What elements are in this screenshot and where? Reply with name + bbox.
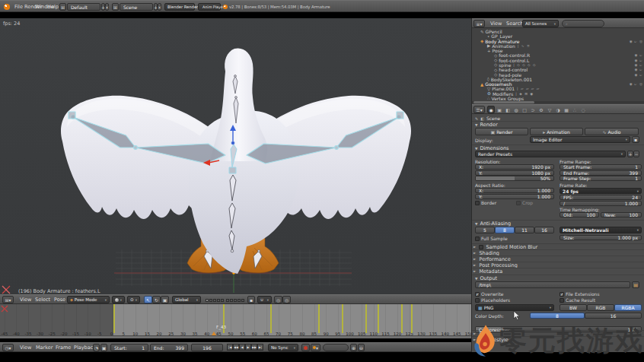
depth-8-button[interactable]: 8 bbox=[530, 313, 585, 319]
end-frame-field[interactable]: End:399 bbox=[150, 344, 188, 351]
channels-rgba-button[interactable]: RGBA bbox=[614, 304, 642, 311]
tab-physics[interactable]: ◌ bbox=[579, 106, 587, 113]
start-frame-prop-field[interactable]: Start Frame:1 bbox=[560, 164, 642, 170]
tab-material[interactable]: ◑ bbox=[554, 106, 562, 113]
aa-filter-select[interactable]: Mitchell-Netravali bbox=[560, 227, 642, 233]
play-rev-button[interactable]: ◀ bbox=[239, 344, 245, 351]
layers-grid-1[interactable] bbox=[206, 297, 225, 304]
render-button[interactable]: ▣Render bbox=[475, 128, 528, 135]
next-key-button[interactable]: ▶▶ bbox=[251, 344, 257, 351]
keyframe-insert-icon[interactable]: ⊕ bbox=[350, 344, 357, 351]
visibility-toggle-icon[interactable]: ◉ bbox=[635, 68, 638, 71]
layer-cell[interactable] bbox=[241, 299, 244, 302]
properties-editor-type-icon[interactable]: ☰▾ bbox=[473, 106, 485, 113]
current-frame-field[interactable]: 196 bbox=[191, 344, 223, 351]
layer-cell[interactable] bbox=[209, 299, 212, 302]
selectability-toggle-icon[interactable]: ▻ bbox=[635, 40, 637, 43]
layer-cell[interactable] bbox=[238, 299, 241, 302]
panel-sampled-motion-blur-header[interactable]: Sampled Motion Blur bbox=[472, 243, 644, 249]
remap-new-field[interactable]: New:100 bbox=[601, 212, 642, 218]
aspect-x-field[interactable]: X:1.000 bbox=[475, 188, 554, 193]
selectability-toggle-icon[interactable]: ▻ bbox=[640, 73, 642, 77]
selectability-toggle-icon[interactable]: ▻ bbox=[640, 53, 642, 57]
overwrite-row[interactable]: ✓Overwrite bbox=[475, 291, 504, 297]
render-presets-select[interactable]: Render Presets bbox=[475, 151, 626, 157]
visibility-toggle-icon[interactable]: ◉ bbox=[635, 59, 638, 62]
full-sample-row[interactable]: Full Sample bbox=[475, 236, 508, 241]
render-opengl-icon[interactable]: ◎ bbox=[274, 296, 282, 303]
render-toggle-icon[interactable]: ◎ bbox=[639, 40, 642, 43]
layer-cell[interactable] bbox=[226, 299, 229, 302]
start-frame-field[interactable]: Start:1 bbox=[110, 344, 148, 351]
aa-samples-11-button[interactable]: 11 bbox=[515, 227, 534, 233]
selectability-toggle-icon[interactable]: ▻ bbox=[640, 63, 642, 67]
layer-cell[interactable] bbox=[221, 299, 224, 302]
output-path-field[interactable]: /tmp\ bbox=[475, 281, 630, 288]
keyframe-delete-icon[interactable]: ⊖ bbox=[358, 344, 365, 351]
placeholders-row[interactable]: Placeholders bbox=[475, 297, 510, 303]
panel-metadata-header[interactable]: Metadata bbox=[472, 268, 644, 274]
tab-object[interactable]: □ bbox=[521, 106, 528, 113]
autokey-mode-select[interactable]: ▾ bbox=[311, 344, 320, 351]
end-frame-prop-field[interactable]: End Frame:399 bbox=[560, 170, 642, 176]
manipulator-rotate-button[interactable]: ↻ bbox=[152, 296, 161, 303]
resolution-x-field[interactable]: X:1920 px bbox=[475, 164, 554, 170]
manipulator-translate-button[interactable]: ↖ bbox=[144, 296, 152, 303]
visibility-toggle-icon[interactable]: ◉ bbox=[635, 53, 638, 57]
render-engine-select[interactable]: Blender Render bbox=[164, 3, 195, 11]
aa-size-field[interactable]: Size:1.000 px bbox=[560, 235, 642, 240]
prev-key-button[interactable]: ◀◀ bbox=[233, 344, 239, 351]
render-animation-button[interactable]: ▸Animation bbox=[530, 128, 583, 135]
outliner-search-input[interactable]: ⌕ bbox=[562, 20, 604, 27]
timeline-marker[interactable] bbox=[212, 332, 216, 335]
panel-checkbox[interactable] bbox=[479, 245, 483, 249]
panel-performance-header[interactable]: Performance bbox=[472, 256, 644, 262]
channels-rgb-button[interactable]: RGB bbox=[587, 304, 614, 311]
selectability-toggle-icon[interactable]: ▻ bbox=[640, 59, 642, 62]
scene-close-button[interactable]: × bbox=[158, 3, 161, 11]
panel-render-header[interactable]: Render bbox=[472, 121, 644, 128]
border-checkbox-row[interactable]: Border bbox=[475, 200, 496, 205]
display-lock-icon[interactable]: ▪ bbox=[632, 136, 639, 143]
anim-player-button[interactable]: Anim Player bbox=[198, 3, 221, 11]
layer-cell[interactable] bbox=[230, 299, 233, 302]
screen-layout-browse-icon[interactable]: ⊞ bbox=[59, 3, 66, 11]
timeline-canvas[interactable]: -45-40-35-30-25-20-15-10-505101520253035… bbox=[0, 304, 471, 338]
depth-16-button[interactable]: 16 bbox=[585, 313, 642, 319]
fps-preset-select[interactable]: 24 fps bbox=[560, 188, 642, 194]
tab-object-data[interactable]: ▽ bbox=[546, 106, 553, 113]
keying-set-field[interactable] bbox=[323, 344, 349, 351]
aspect-y-field[interactable]: Y:1.000 bbox=[475, 194, 554, 199]
visibility-toggle-icon[interactable]: ◉ bbox=[635, 73, 638, 77]
viewport-shading-select[interactable] bbox=[112, 296, 125, 303]
folder-icon[interactable]: ▤ bbox=[632, 281, 639, 288]
preset-add-icon[interactable]: + bbox=[627, 151, 633, 157]
aa-samples-16-button[interactable]: 16 bbox=[534, 227, 554, 233]
resolution-percentage-slider[interactable]: 50% bbox=[475, 176, 554, 181]
layer-cell[interactable] bbox=[206, 299, 209, 302]
timeline-editor-type-icon[interactable]: ◷▾ bbox=[2, 344, 14, 351]
panel-output-header[interactable]: Output bbox=[472, 275, 644, 281]
screen-layout-close-button[interactable]: × bbox=[105, 3, 109, 11]
outliner-scrollbar[interactable] bbox=[472, 101, 644, 103]
pivot-point-select[interactable]: ⊙ bbox=[127, 296, 140, 303]
render-toggle-icon[interactable]: ◎ bbox=[639, 82, 642, 86]
pin-icon[interactable]: ✎ bbox=[475, 116, 478, 121]
frame-step-field[interactable]: Frame Step:1 bbox=[560, 176, 642, 181]
panel-antialiasing-header[interactable]: Anti-Aliasing bbox=[472, 220, 644, 227]
sync-mode-select[interactable]: No Sync bbox=[268, 344, 298, 351]
layer-cell[interactable] bbox=[217, 299, 220, 302]
visibility-toggle-icon[interactable]: ◉ bbox=[635, 63, 638, 67]
visibility-toggle-icon[interactable]: ◉ bbox=[630, 82, 633, 86]
manipulator-scale-button[interactable]: ▣ bbox=[161, 296, 169, 303]
selectability-toggle-icon[interactable]: ▻ bbox=[635, 82, 637, 86]
layers-grid-2[interactable] bbox=[226, 297, 246, 304]
cache-result-row[interactable]: Cache Result bbox=[560, 297, 595, 303]
transform-orientation-select[interactable]: Global bbox=[172, 296, 201, 303]
layer-cell[interactable] bbox=[213, 299, 216, 302]
crop-checkbox-row[interactable]: Crop bbox=[516, 200, 533, 205]
outliner-row-vertex-groups[interactable]: ∴Vertex Groups bbox=[472, 96, 644, 101]
display-select[interactable]: Image Editor bbox=[530, 136, 630, 143]
layer-cell[interactable] bbox=[234, 299, 237, 302]
outliner-editor-type-icon[interactable]: ≡▾ bbox=[473, 20, 485, 27]
